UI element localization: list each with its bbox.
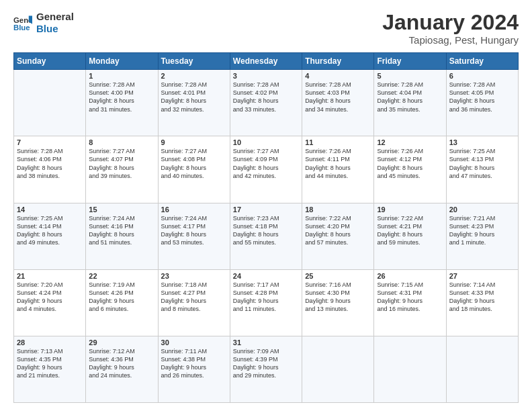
calendar-cell: 17Sunrise: 7:23 AM Sunset: 4:18 PM Dayli… [230, 203, 302, 269]
calendar-cell: 18Sunrise: 7:22 AM Sunset: 4:20 PM Dayli… [302, 203, 374, 269]
calendar-week-3: 14Sunrise: 7:25 AM Sunset: 4:14 PM Dayli… [14, 203, 519, 269]
day-number: 25 [305, 272, 371, 280]
calendar-cell: 16Sunrise: 7:24 AM Sunset: 4:17 PM Dayli… [158, 203, 230, 269]
day-info: Sunrise: 7:28 AM Sunset: 4:01 PM Dayligh… [161, 81, 227, 113]
day-info: Sunrise: 7:25 AM Sunset: 4:14 PM Dayligh… [17, 214, 83, 247]
header: General Blue General Blue January 2024 T… [13, 11, 519, 46]
day-info: Sunrise: 7:26 AM Sunset: 4:11 PM Dayligh… [305, 147, 371, 180]
svg-text:Blue: Blue [13, 24, 30, 32]
calendar-cell: 31Sunrise: 7:09 AM Sunset: 4:39 PM Dayli… [230, 336, 302, 402]
sub-title: Tapiosag, Pest, Hungary [382, 34, 519, 46]
day-info: Sunrise: 7:28 AM Sunset: 4:05 PM Dayligh… [449, 81, 515, 113]
day-number: 22 [89, 272, 154, 280]
calendar-cell: 15Sunrise: 7:24 AM Sunset: 4:16 PM Dayli… [86, 203, 158, 269]
day-info: Sunrise: 7:12 AM Sunset: 4:36 PM Dayligh… [89, 347, 154, 380]
calendar-cell: 12Sunrise: 7:26 AM Sunset: 4:12 PM Dayli… [374, 136, 446, 203]
day-number: 17 [233, 205, 299, 214]
calendar-week-2: 7Sunrise: 7:28 AM Sunset: 4:06 PM Daylig… [14, 136, 519, 203]
calendar-cell: 25Sunrise: 7:16 AM Sunset: 4:30 PM Dayli… [302, 269, 374, 336]
day-number: 6 [449, 72, 515, 80]
day-number: 23 [161, 272, 227, 280]
day-info: Sunrise: 7:17 AM Sunset: 4:28 PM Dayligh… [233, 281, 299, 314]
day-number: 13 [449, 138, 515, 146]
calendar-cell: 1Sunrise: 7:28 AM Sunset: 4:00 PM Daylig… [86, 70, 158, 136]
day-info: Sunrise: 7:24 AM Sunset: 4:17 PM Dayligh… [161, 214, 227, 247]
page: General Blue General Blue January 2024 T… [0, 0, 532, 411]
col-header-monday: Monday [86, 53, 158, 70]
day-info: Sunrise: 7:24 AM Sunset: 4:16 PM Dayligh… [89, 214, 154, 247]
calendar-cell: 13Sunrise: 7:25 AM Sunset: 4:13 PM Dayli… [446, 136, 518, 203]
day-number: 11 [305, 138, 371, 146]
day-number: 20 [449, 205, 515, 214]
calendar-cell: 4Sunrise: 7:28 AM Sunset: 4:03 PM Daylig… [302, 70, 374, 136]
day-number: 31 [233, 338, 299, 347]
day-number: 16 [161, 205, 227, 214]
day-info: Sunrise: 7:20 AM Sunset: 4:24 PM Dayligh… [17, 281, 83, 314]
logo-blue: Blue [36, 23, 74, 35]
day-number: 8 [89, 138, 154, 146]
day-number: 15 [89, 205, 154, 214]
day-number: 7 [17, 138, 83, 146]
col-header-sunday: Sunday [14, 53, 86, 70]
logo-icon: General Blue [13, 13, 32, 32]
day-number: 29 [89, 338, 154, 347]
calendar-cell: 29Sunrise: 7:12 AM Sunset: 4:36 PM Dayli… [86, 336, 158, 402]
day-info: Sunrise: 7:28 AM Sunset: 4:00 PM Dayligh… [89, 81, 154, 113]
calendar-cell: 20Sunrise: 7:21 AM Sunset: 4:23 PM Dayli… [446, 203, 518, 269]
day-info: Sunrise: 7:11 AM Sunset: 4:38 PM Dayligh… [161, 347, 227, 380]
day-number: 12 [377, 138, 443, 146]
day-info: Sunrise: 7:18 AM Sunset: 4:27 PM Dayligh… [161, 281, 227, 314]
calendar-cell [14, 70, 86, 136]
title-block: January 2024 Tapiosag, Pest, Hungary [382, 11, 519, 46]
calendar-cell: 26Sunrise: 7:15 AM Sunset: 4:31 PM Dayli… [374, 269, 446, 336]
day-number: 19 [377, 205, 443, 214]
calendar-cell: 2Sunrise: 7:28 AM Sunset: 4:01 PM Daylig… [158, 70, 230, 136]
calendar-cell: 5Sunrise: 7:28 AM Sunset: 4:04 PM Daylig… [374, 70, 446, 136]
day-info: Sunrise: 7:26 AM Sunset: 4:12 PM Dayligh… [377, 147, 443, 180]
day-info: Sunrise: 7:25 AM Sunset: 4:13 PM Dayligh… [449, 147, 515, 180]
day-info: Sunrise: 7:27 AM Sunset: 4:08 PM Dayligh… [161, 147, 227, 180]
day-number: 28 [17, 338, 83, 347]
day-info: Sunrise: 7:28 AM Sunset: 4:04 PM Dayligh… [377, 81, 443, 113]
day-info: Sunrise: 7:15 AM Sunset: 4:31 PM Dayligh… [377, 281, 443, 314]
day-info: Sunrise: 7:27 AM Sunset: 4:07 PM Dayligh… [89, 147, 154, 180]
day-number: 24 [233, 272, 299, 280]
day-info: Sunrise: 7:22 AM Sunset: 4:20 PM Dayligh… [305, 214, 371, 247]
day-info: Sunrise: 7:23 AM Sunset: 4:18 PM Dayligh… [233, 214, 299, 247]
calendar-cell: 22Sunrise: 7:19 AM Sunset: 4:26 PM Dayli… [86, 269, 158, 336]
day-info: Sunrise: 7:28 AM Sunset: 4:03 PM Dayligh… [305, 81, 371, 113]
day-number: 18 [305, 205, 371, 214]
day-info: Sunrise: 7:22 AM Sunset: 4:21 PM Dayligh… [377, 214, 443, 247]
col-header-thursday: Thursday [302, 53, 374, 70]
calendar-week-5: 28Sunrise: 7:13 AM Sunset: 4:35 PM Dayli… [14, 336, 519, 402]
calendar-cell: 3Sunrise: 7:28 AM Sunset: 4:02 PM Daylig… [230, 70, 302, 136]
calendar-cell: 30Sunrise: 7:11 AM Sunset: 4:38 PM Dayli… [158, 336, 230, 402]
col-header-saturday: Saturday [446, 53, 518, 70]
calendar-cell: 7Sunrise: 7:28 AM Sunset: 4:06 PM Daylig… [14, 136, 86, 203]
calendar-week-1: 1Sunrise: 7:28 AM Sunset: 4:00 PM Daylig… [14, 70, 519, 136]
day-number: 4 [305, 72, 371, 80]
day-info: Sunrise: 7:09 AM Sunset: 4:39 PM Dayligh… [233, 347, 299, 380]
day-info: Sunrise: 7:16 AM Sunset: 4:30 PM Dayligh… [305, 281, 371, 314]
day-info: Sunrise: 7:21 AM Sunset: 4:23 PM Dayligh… [449, 214, 515, 247]
col-header-friday: Friday [374, 53, 446, 70]
calendar-cell: 8Sunrise: 7:27 AM Sunset: 4:07 PM Daylig… [86, 136, 158, 203]
day-number: 2 [161, 72, 227, 80]
calendar-cell [446, 336, 518, 402]
day-info: Sunrise: 7:13 AM Sunset: 4:35 PM Dayligh… [17, 347, 83, 380]
calendar-week-4: 21Sunrise: 7:20 AM Sunset: 4:24 PM Dayli… [14, 269, 519, 336]
day-info: Sunrise: 7:27 AM Sunset: 4:09 PM Dayligh… [233, 147, 299, 180]
calendar-cell: 14Sunrise: 7:25 AM Sunset: 4:14 PM Dayli… [14, 203, 86, 269]
calendar-cell [374, 336, 446, 402]
day-info: Sunrise: 7:19 AM Sunset: 4:26 PM Dayligh… [89, 281, 154, 314]
day-number: 14 [17, 205, 83, 214]
calendar-cell: 21Sunrise: 7:20 AM Sunset: 4:24 PM Dayli… [14, 269, 86, 336]
day-number: 27 [449, 272, 515, 280]
main-title: January 2024 [382, 11, 519, 34]
day-number: 1 [89, 72, 154, 80]
calendar-cell: 24Sunrise: 7:17 AM Sunset: 4:28 PM Dayli… [230, 269, 302, 336]
calendar-table: SundayMondayTuesdayWednesdayThursdayFrid… [13, 52, 519, 403]
col-header-wednesday: Wednesday [230, 53, 302, 70]
calendar-cell: 6Sunrise: 7:28 AM Sunset: 4:05 PM Daylig… [446, 70, 518, 136]
day-info: Sunrise: 7:28 AM Sunset: 4:02 PM Dayligh… [233, 81, 299, 113]
